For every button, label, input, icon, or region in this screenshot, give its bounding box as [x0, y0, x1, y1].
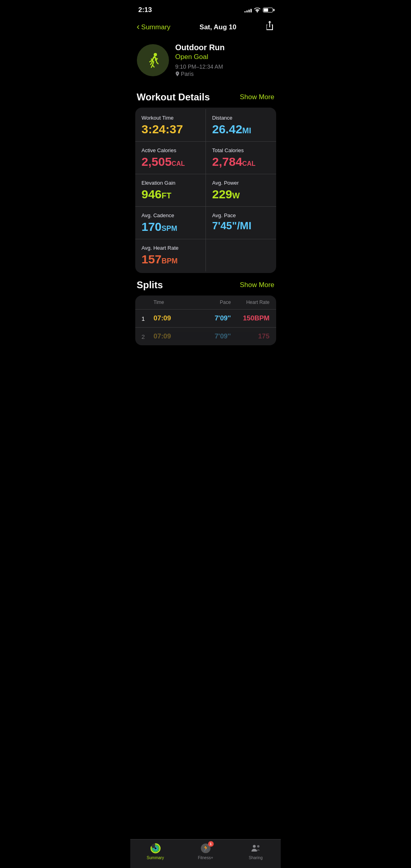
avg-cadence-label: Avg. Cadence: [142, 212, 199, 218]
status-bar: 2:13: [130, 0, 281, 18]
battery-icon: [263, 8, 273, 12]
tab-bar: Summary 🏃 1 Fitness+ Sharing: [130, 839, 281, 868]
active-cal-label: Active Calories: [142, 147, 199, 153]
detail-row-4: Avg. Cadence 170SPM Avg. Pace 7'45"/MI: [135, 207, 276, 239]
location-text: Paris: [181, 71, 194, 77]
avg-power-cell: Avg. Power 229W: [206, 174, 276, 206]
workout-location: Paris: [175, 71, 275, 77]
fitness-plus-tab-label: Fitness+: [198, 856, 213, 860]
splits-column-headers: Time Pace Heart Rate: [135, 295, 276, 310]
splits-header: Splits Show More: [130, 273, 281, 295]
active-cal-cell: Active Calories 2,505CAL: [135, 142, 206, 174]
detail-row-5: Avg. Heart Rate 157BPM: [135, 239, 276, 271]
splits-row-2-hr: 175: [231, 332, 269, 340]
splits-row-1-pace: 7'09'': [192, 314, 231, 322]
splits-show-more[interactable]: Show More: [240, 281, 275, 289]
detail-row-1: Workout Time 3:24:37 Distance 26.42MI: [135, 109, 276, 142]
splits-row-2-num: 2: [142, 333, 154, 340]
svg-text:🏃: 🏃: [202, 845, 210, 852]
summary-tab-label: Summary: [147, 856, 164, 860]
total-cal-cell: Total Calories 2,784CAL: [206, 142, 276, 174]
avg-pace-value: 7'45"/MI: [212, 220, 270, 232]
splits-row-2: 2 07:09 7'09'' 175: [135, 328, 276, 345]
tab-sharing[interactable]: Sharing: [242, 843, 270, 860]
nav-header: ‹ Summary Sat, Aug 10: [130, 18, 281, 38]
splits-row-2-pace: 7'09'': [192, 332, 231, 340]
distance-label: Distance: [212, 115, 270, 121]
elevation-label: Elevation Gain: [142, 180, 199, 186]
detail-row-2: Active Calories 2,505CAL Total Calories …: [135, 142, 276, 174]
tab-fitness-plus[interactable]: 🏃 1 Fitness+: [191, 843, 220, 860]
avg-power-label: Avg. Power: [212, 180, 270, 186]
share-button[interactable]: [265, 21, 274, 33]
total-cal-label: Total Calories: [212, 147, 270, 153]
workout-info: Outdoor Run Open Goal 9:10 PM–12:34 AM P…: [175, 43, 275, 77]
back-label: Summary: [141, 23, 171, 31]
avg-hr-cell: Avg. Heart Rate 157BPM: [135, 239, 206, 271]
workout-time-value: 3:24:37: [142, 122, 199, 136]
total-cal-value: 2,784CAL: [212, 155, 270, 168]
workout-time-label: Workout Time: [142, 115, 199, 121]
active-cal-value: 2,505CAL: [142, 155, 199, 168]
splits-title: Splits: [137, 279, 163, 291]
workout-details-title: Workout Details: [137, 92, 210, 103]
detail-row-3: Elevation Gain 946FT Avg. Power 229W: [135, 174, 276, 207]
elevation-value: 946FT: [142, 187, 199, 201]
splits-card: Time Pace Heart Rate 1 07:09 7'09'' 150B…: [135, 295, 276, 345]
back-button[interactable]: ‹ Summary: [137, 23, 171, 31]
tab-summary[interactable]: Summary: [141, 843, 169, 860]
avg-pace-cell: Avg. Pace 7'45"/MI: [206, 207, 276, 239]
chevron-left-icon: ‹: [137, 22, 140, 31]
avg-cadence-cell: Avg. Cadence 170SPM: [135, 207, 206, 239]
fitness-plus-tab-icon: 🏃 1: [200, 843, 211, 854]
status-time: 2:13: [138, 6, 152, 14]
workout-time: 9:10 PM–12:34 AM: [175, 63, 275, 70]
summary-tab-icon: [150, 843, 161, 854]
avg-power-value: 229W: [212, 187, 270, 201]
elevation-cell: Elevation Gain 946FT: [135, 174, 206, 206]
workout-time-cell: Workout Time 3:24:37: [135, 109, 206, 141]
splits-row-1: 1 07:09 7'09'' 150BPM: [135, 310, 276, 328]
wifi-icon: [254, 8, 260, 12]
splits-row-2-time: 07:09: [154, 332, 192, 340]
workout-icon-circle: [137, 44, 169, 76]
svg-point-10: [253, 845, 256, 848]
running-icon: [143, 51, 163, 70]
splits-col-time: Time: [154, 300, 192, 305]
sharing-tab-icon: [250, 843, 261, 854]
avg-pace-label: Avg. Pace: [212, 212, 270, 218]
workout-details-card: Workout Time 3:24:37 Distance 26.42MI Ac…: [135, 108, 276, 273]
fitness-plus-badge: 1: [208, 841, 214, 847]
workout-goal: Open Goal: [175, 53, 275, 61]
signal-icon: [244, 8, 252, 12]
splits-row-1-time: 07:09: [154, 314, 192, 322]
avg-hr-label: Avg. Heart Rate: [142, 245, 199, 251]
avg-hr-value: 157BPM: [142, 253, 199, 266]
splits-row-1-hr: 150BPM: [231, 314, 269, 322]
sharing-tab-label: Sharing: [249, 856, 262, 860]
location-icon: [175, 71, 179, 76]
distance-cell: Distance 26.42MI: [206, 109, 276, 141]
page-title: Sat, Aug 10: [199, 23, 236, 31]
avg-cadence-value: 170SPM: [142, 220, 199, 233]
distance-value: 26.42MI: [212, 122, 270, 136]
svg-point-1: [154, 53, 157, 56]
splits-row-1-num: 1: [142, 315, 154, 322]
workout-details-header: Workout Details Show More: [130, 85, 281, 108]
splits-col-hr: Heart Rate: [231, 300, 269, 305]
workout-type: Outdoor Run: [175, 43, 275, 52]
workout-details-show-more[interactable]: Show More: [240, 93, 275, 101]
share-icon: [265, 21, 274, 31]
workout-header: Outdoor Run Open Goal 9:10 PM–12:34 AM P…: [130, 38, 281, 85]
status-icons: [244, 8, 273, 12]
splits-col-pace: Pace: [192, 300, 231, 305]
svg-point-11: [257, 845, 259, 848]
